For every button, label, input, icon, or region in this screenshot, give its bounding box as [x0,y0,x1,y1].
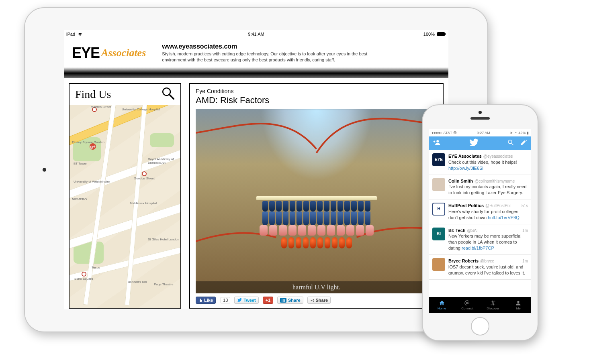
tweet-name: HuffPost Politics [448,203,484,209]
battery-icon [437,32,446,36]
map-label: Page Theatre [154,283,173,286]
hash-icon [490,300,496,306]
tweet-button[interactable]: Tweet [234,297,258,304]
linkedin-share-button[interactable]: in Share [277,297,303,304]
tweet-time: 1m [522,258,528,264]
generic-share-button[interactable]: Share [307,297,331,304]
map-label: Bodean's Rib [128,280,147,284]
ipad-carrier: iPad [66,32,75,37]
map-label: Royal Academy of Dramatic Art [148,157,180,165]
tweet-body: iOS7 doesn't suck, you're just old. and … [448,264,528,276]
tweet-link[interactable]: http://ow.ly/3lE6Si [448,166,483,171]
ipad-status-bar: iPad 9:41 AM 100% [64,30,448,38]
facebook-like-button[interactable]: Like [196,297,216,304]
tweet[interactable]: EYEEYE Associates@eyeassociatesCheck out… [429,150,531,175]
avatar[interactable] [432,258,445,271]
google-plus-button[interactable]: +1 [263,297,274,304]
map-label: Tesco [92,266,100,269]
video-player[interactable]: harmful U.V light. [196,109,437,293]
site-title: www.eyeassociates.com [162,43,375,50]
tweet-body: Check out this video, hope it helps! htt… [448,159,528,171]
add-user-icon[interactable] [433,139,440,148]
tweet-name: EYE Associates [448,153,482,159]
twitter-feed[interactable]: EYEEYE Associates@eyeassociatesCheck out… [429,150,531,297]
breadcrumb[interactable]: Eye Conditions [196,88,437,94]
find-us-title: Find Us [75,88,111,101]
twitter-logo-icon [469,138,479,149]
svg-rect-1 [445,33,446,35]
wifi-icon: ⦿ [453,131,457,135]
avatar[interactable]: EYE [432,153,445,166]
location-icon: ➤ [510,131,513,135]
tab-home[interactable]: Home [429,297,455,313]
tweet-name: BI: Tech [448,228,466,234]
article-panel: Eye Conditions AMD: Risk Factors [189,83,444,309]
tweet-body: I've lost my contacts again, I really ne… [448,184,528,196]
tab-me[interactable]: Me [506,297,532,313]
iphone-carrier: AT&T [443,131,452,135]
map-label: Warren Street [91,105,111,109]
ipad-device: iPad 9:41 AM 100% EYE Associates www.eye… [24,7,488,332]
map[interactable]: g+ Warren Street University College Hosp… [70,105,180,308]
site-tagline: Stylish, modern practices with cutting e… [162,51,375,63]
find-us-panel: Find Us g+ Warren Street University Coll [69,83,181,309]
brand-logo[interactable]: EYE Associates [72,43,146,63]
iphone-screen: ●●●●○ AT&T ⦿ 9:27 AM ➤ ⚬ 42% ▮ EYEEYE As… [429,129,531,313]
avatar[interactable]: H [432,203,445,216]
tube-station-icon[interactable] [82,272,86,277]
tweet[interactable]: BIBI: Tech@SAI1mNew Yorkers may be more … [429,224,531,255]
search-icon[interactable] [161,86,175,103]
share-icon [310,298,314,302]
person-icon [515,300,522,306]
iphone-device: ●●●●○ AT&T ⦿ 9:27 AM ➤ ⚬ 42% ▮ EYEEYE As… [422,104,538,341]
tweet[interactable]: Bryce Roberts@bryce1miOS7 doesn't suck, … [429,255,531,280]
ipad-camera [43,168,46,172]
twitter-icon [237,298,242,302]
search-icon[interactable] [507,139,514,148]
tweet[interactable]: Colin Smith@colinsmithismynameI've lost … [429,175,531,200]
map-label: BT Tower [74,162,87,165]
svg-line-3 [170,95,174,99]
logo-eye: EYE [72,45,100,61]
iphone-speaker [470,117,490,120]
tab-connect[interactable]: Connect [455,297,481,313]
share-row: Like 13 Tweet +1 in Share Share [196,293,437,304]
iphone-status-bar: ●●●●○ AT&T ⦿ 9:27 AM ➤ ⚬ 42% ▮ [429,129,531,136]
compose-icon[interactable] [520,139,527,148]
map-label: University of Westminster [74,180,110,183]
tweet-body: New Yorkers may be more superficial than… [448,233,528,251]
tweet-name: Colin Smith [448,178,473,184]
iphone-battery: 42% [518,131,526,135]
tweet-handle: @eyeassociates [483,154,513,159]
tweet-handle: @SAI [467,228,478,234]
find-us-header: Find Us [70,84,180,105]
svg-line-5 [511,143,513,145]
svg-rect-0 [437,32,445,36]
svg-point-4 [508,140,512,144]
avatar[interactable] [432,178,445,191]
tab-discover[interactable]: Discover [480,297,506,313]
tweet-link[interactable]: huff.to/1erVP8Q [488,215,519,220]
ipad-screen: iPad 9:41 AM 100% EYE Associates www.eye… [64,30,448,309]
iphone-clock: 9:27 AM [477,131,490,135]
iphone-home-button[interactable] [471,317,489,336]
ipad-battery-pct: 100% [423,32,435,37]
map-pin-icon[interactable]: g+ [90,143,96,150]
tweet[interactable]: HHuffPost Politics@HuffPostPol51sHere's … [429,199,531,224]
tweet-handle: @colinsmithismyname [474,179,515,184]
logo-associates: Associates [101,47,146,59]
iphone-camera [479,111,482,114]
video-caption: harmful U.V light. [196,281,437,293]
ipad-clock: 9:41 AM [193,32,319,37]
wifi-icon [78,32,83,36]
map-label: University College Hospital [122,108,160,111]
tweet-handle: @bryce [480,258,494,264]
map-label: Fitzroy Square Garden [72,140,104,144]
tube-station-icon[interactable] [142,171,147,176]
twitter-tabbar: Home Connect Discover Me [429,297,531,313]
avatar[interactable]: BI [432,228,445,240]
linkedin-icon: in [280,298,286,303]
site-header: EYE Associates www.eyeassociates.com Sty… [64,38,448,67]
tweet-link[interactable]: read.bi/1fbP7CP [462,246,494,250]
home-icon [439,300,445,306]
